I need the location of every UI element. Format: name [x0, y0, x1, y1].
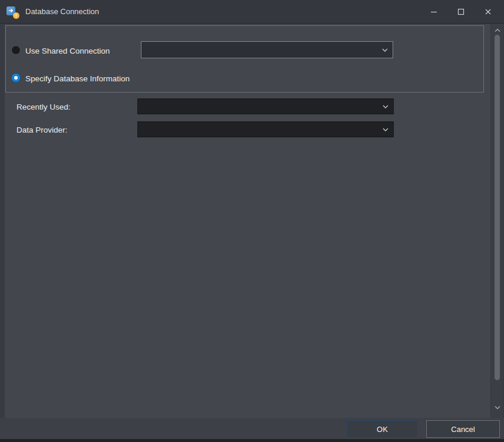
- cancel-button[interactable]: Cancel: [426, 420, 500, 438]
- window-title: Database Connection: [25, 7, 99, 16]
- minimize-icon: [429, 7, 439, 17]
- shared-connection-dropdown[interactable]: [141, 41, 393, 58]
- database-connection-warning-icon: !: [6, 6, 19, 18]
- vertical-scrollbar[interactable]: [490, 24, 503, 418]
- maximize-button[interactable]: [447, 0, 475, 24]
- chevron-down-icon: [494, 405, 501, 410]
- recently-used-dropdown[interactable]: [137, 98, 394, 114]
- minimize-button[interactable]: [420, 0, 447, 24]
- warning-badge-icon: !: [13, 12, 19, 19]
- scrollbar-thumb[interactable]: [495, 35, 500, 380]
- chevron-down-icon: [383, 128, 388, 131]
- scroll-down-button[interactable]: [491, 403, 503, 412]
- chevron-down-icon: [383, 105, 388, 108]
- recently-used-label: Recently Used:: [17, 103, 71, 111]
- chevron-up-icon: [494, 28, 501, 32]
- title-bar[interactable]: ! Database Connection: [0, 0, 504, 24]
- radio-specify-database-label[interactable]: Specify Database Information: [25, 74, 130, 83]
- data-provider-dropdown[interactable]: [137, 121, 394, 137]
- close-icon: [483, 7, 493, 17]
- data-provider-label: Data Provider:: [17, 126, 67, 134]
- dialog-footer: OK Cancel: [0, 418, 504, 439]
- ok-button[interactable]: OK: [347, 420, 418, 438]
- maximize-icon: [456, 7, 466, 17]
- radio-specify-database[interactable]: [11, 73, 21, 83]
- close-button[interactable]: [475, 0, 502, 24]
- window-controls: [420, 0, 502, 24]
- chevron-down-icon: [382, 48, 388, 52]
- radio-use-shared[interactable]: [11, 45, 21, 55]
- connection-type-groupbox: Use Shared Connection Specify Database I…: [5, 25, 484, 93]
- scroll-up-button[interactable]: [491, 25, 503, 35]
- window-bottom-edge: [0, 439, 504, 442]
- dialog-content: Use Shared Connection Specify Database I…: [5, 24, 490, 418]
- radio-use-shared-label[interactable]: Use Shared Connection: [25, 47, 110, 55]
